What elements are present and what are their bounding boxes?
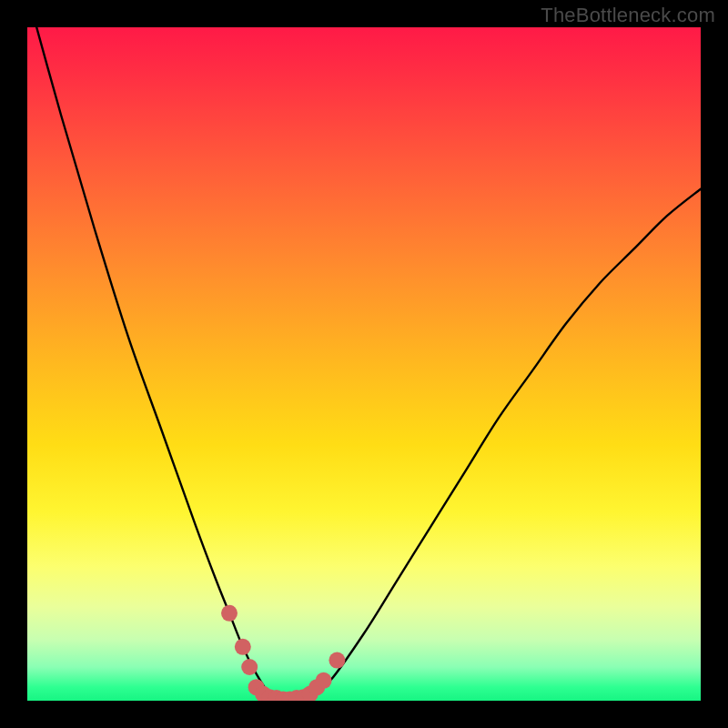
trough-marker xyxy=(241,659,258,675)
plot-area xyxy=(27,27,701,701)
trough-marker xyxy=(221,605,238,622)
trough-marker xyxy=(235,639,251,655)
chart-svg xyxy=(27,27,701,701)
bottleneck-curve xyxy=(27,27,701,701)
watermark-text: TheBottleneck.com xyxy=(541,4,715,27)
trough-marker-group xyxy=(221,605,345,701)
trough-marker xyxy=(329,652,345,669)
trough-marker xyxy=(316,672,332,689)
curve-group xyxy=(27,27,701,701)
outer-frame: TheBottleneck.com xyxy=(0,0,728,728)
